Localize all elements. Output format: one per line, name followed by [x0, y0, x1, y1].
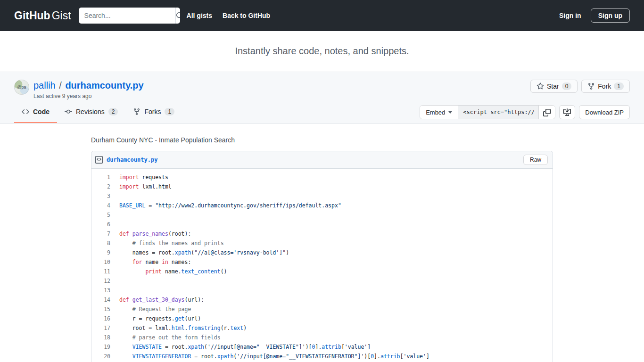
code-line-content: # finds the names and prints	[110, 239, 553, 248]
tab-revisions[interactable]: Revisions 2	[57, 102, 125, 123]
search-input[interactable]	[79, 8, 175, 24]
search-box	[79, 8, 180, 24]
open-in-desktop-button[interactable]	[559, 105, 575, 119]
line-number[interactable]: 2	[91, 182, 110, 191]
github-gist-logo[interactable]: GitHubGist	[14, 9, 71, 22]
code-table-body: 1import requests2import lxml.html3 4BASE…	[91, 173, 553, 361]
code-line-content: BASE_URL = "http://www2.durhamcountync.g…	[110, 201, 553, 210]
line-number[interactable]: 16	[91, 314, 110, 323]
line-number[interactable]: 18	[91, 333, 110, 342]
file-name-link[interactable]: durhamcounty.py	[107, 156, 157, 163]
owner-link[interactable]: pallih	[33, 80, 56, 90]
code-line-content: print name.text_content()	[110, 267, 553, 276]
code-line-content: # Request the page	[110, 304, 553, 314]
last-active-text: Last active 9 years ago	[33, 93, 144, 99]
code-line-content: def parse_names(root):	[110, 229, 553, 239]
sign-up-button[interactable]: Sign up	[591, 8, 630, 23]
code-line: 17 root = lxml.html.fromstring(r.text)	[91, 323, 553, 333]
gist-title: pallih / durhamcounty.py	[33, 80, 144, 91]
star-label: Star	[547, 82, 559, 90]
code-line-content: VIEWSTATEGENERATOR = root.xpath('//input…	[110, 352, 553, 361]
star-button[interactable]: Star 0	[530, 80, 578, 93]
line-number[interactable]: 11	[91, 267, 110, 276]
line-number[interactable]: 10	[91, 257, 110, 267]
line-number[interactable]: 13	[91, 286, 110, 295]
code-line-content: for name in names:	[110, 257, 553, 267]
line-number[interactable]: 5	[91, 210, 110, 220]
code-line-content: names = root.xpath("//a[@class='rvsnavy-…	[110, 248, 553, 257]
code-line-content: def get_last_30_days(url):	[110, 295, 553, 304]
star-count: 0	[562, 82, 572, 90]
tab-revisions-label: Revisions	[76, 108, 105, 115]
code-line-content: import requests	[110, 173, 553, 182]
code-line: 20 VIEWSTATEGENERATOR = root.xpath('//in…	[91, 352, 553, 361]
chevron-down-icon	[448, 111, 452, 114]
avatar[interactable]: @pa	[14, 80, 29, 95]
copy-button[interactable]	[539, 106, 555, 119]
code-icon	[22, 108, 29, 115]
code-line: 8 # finds the names and prints	[91, 239, 553, 248]
line-number[interactable]: 14	[91, 295, 110, 304]
code-line-content	[110, 220, 553, 229]
tab-revisions-count: 2	[108, 108, 118, 115]
title-separator: /	[59, 80, 62, 90]
line-number[interactable]: 9	[91, 248, 110, 257]
embed-group: Embed	[420, 105, 555, 119]
embed-dropdown-label: Embed	[426, 109, 445, 116]
code-table: 1import requests2import lxml.html3 4BASE…	[91, 173, 553, 361]
tab-forks-label: Forks	[144, 108, 161, 115]
nav-link-back-to-github[interactable]: Back to GitHub	[223, 12, 270, 19]
embed-dropdown-button[interactable]: Embed	[420, 106, 458, 119]
code-line-content: r = requests.get(url)	[110, 314, 553, 323]
code-line-content: root = lxml.html.fromstring(r.text)	[110, 323, 553, 333]
line-number[interactable]: 1	[91, 173, 110, 182]
embed-controls: Embed Download ZIP	[420, 105, 630, 123]
gist-title-block: pallih / durhamcounty.py Last active 9 y…	[33, 80, 144, 99]
gist-filename-link[interactable]: durhamcounty.py	[65, 80, 143, 90]
download-zip-button[interactable]: Download ZIP	[579, 105, 630, 119]
code-line: 18 # parse out the form fields	[91, 333, 553, 342]
code-square-icon	[95, 156, 103, 164]
code-line: 3	[91, 191, 553, 201]
line-number[interactable]: 4	[91, 201, 110, 210]
code-line: 6	[91, 220, 553, 229]
line-number[interactable]: 15	[91, 304, 110, 314]
line-number[interactable]: 7	[91, 229, 110, 239]
tab-code[interactable]: Code	[14, 102, 57, 123]
copy-icon	[543, 109, 551, 116]
sign-in-link[interactable]: Sign in	[559, 12, 581, 19]
search-icon	[176, 12, 180, 19]
code-line: 12	[91, 276, 553, 286]
tagline-text: Instantly share code, notes, and snippet…	[0, 46, 644, 57]
code-line-content	[110, 210, 553, 220]
line-number[interactable]: 12	[91, 276, 110, 286]
tab-forks[interactable]: Forks 1	[125, 102, 182, 123]
code-line-content: # parse out the form fields	[110, 333, 553, 342]
line-number[interactable]: 19	[91, 342, 110, 352]
fork-button[interactable]: Fork 1	[581, 80, 630, 93]
file-box: durhamcounty.py Raw 1import requests2imp…	[91, 151, 553, 362]
gist-header-band: @pa pallih / durhamcounty.py Last active…	[0, 72, 644, 123]
nav-link-all-gists[interactable]: All gists	[187, 12, 212, 19]
gist-description: Durham County NYC - Inmate Population Se…	[91, 123, 553, 144]
line-number[interactable]: 3	[91, 191, 110, 201]
search-button[interactable]	[175, 8, 180, 24]
line-number[interactable]: 6	[91, 220, 110, 229]
desktop-download-icon	[563, 108, 571, 116]
tagline-section: Instantly share code, notes, and snippet…	[0, 31, 644, 72]
tab-forks-count: 1	[165, 108, 174, 115]
code-line: 15 # Request the page	[91, 304, 553, 314]
line-number[interactable]: 8	[91, 239, 110, 248]
line-number[interactable]: 20	[91, 352, 110, 361]
embed-snippet-input[interactable]	[458, 106, 539, 119]
logo-gist-text: Gist	[52, 9, 71, 22]
code-line-content	[110, 276, 553, 286]
main-content: Durham County NYC - Inmate Population Se…	[91, 123, 553, 362]
top-navbar: GitHubGist All gists Back to GitHub Sign…	[0, 0, 644, 31]
avatar-text: @pa	[17, 85, 26, 90]
line-number[interactable]: 17	[91, 323, 110, 333]
raw-button[interactable]: Raw	[523, 155, 548, 165]
code-line-content	[110, 286, 553, 295]
code-line: 4BASE_URL = "http://www2.durhamcountync.…	[91, 201, 553, 210]
code-line: 5	[91, 210, 553, 220]
